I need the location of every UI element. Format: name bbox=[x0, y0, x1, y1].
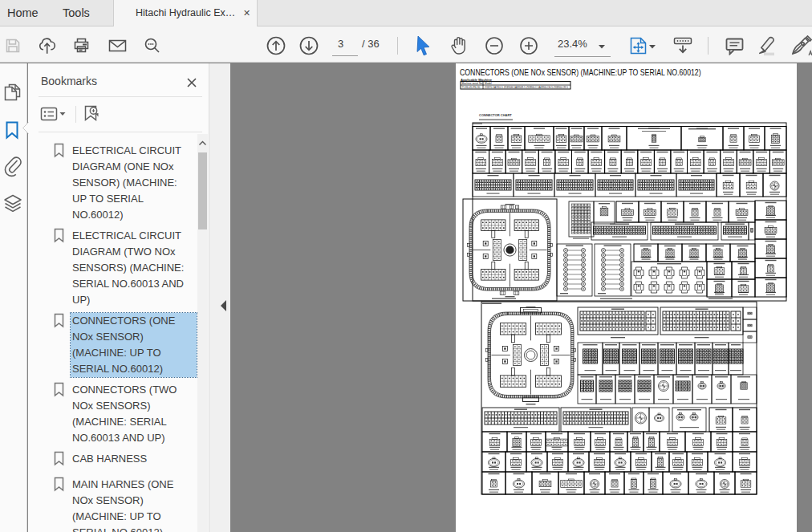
svg-text:CONNECTORS (ONE NOx SENSOR) (M: CONNECTORS (ONE NOx SENSOR) (MACHINE:UP … bbox=[460, 67, 701, 77]
svg-text:Machine serial No.: Machine serial No. bbox=[462, 82, 484, 85]
svg-text:Model: Model bbox=[485, 82, 492, 85]
svg-text:CONNECTOR CHART: CONNECTOR CHART bbox=[479, 113, 512, 117]
svg-text:Applicable Machine: Applicable Machine bbox=[461, 78, 493, 82]
svg-text:ZX870-5A/910-5 ZX890H-5A/890R-: ZX870-5A/910-5 ZX890H-5A/890R-5 ZX890LC-… bbox=[485, 86, 568, 89]
svg-text:71-86-45-FN-30: 71-86-45-FN-30 bbox=[462, 86, 481, 89]
